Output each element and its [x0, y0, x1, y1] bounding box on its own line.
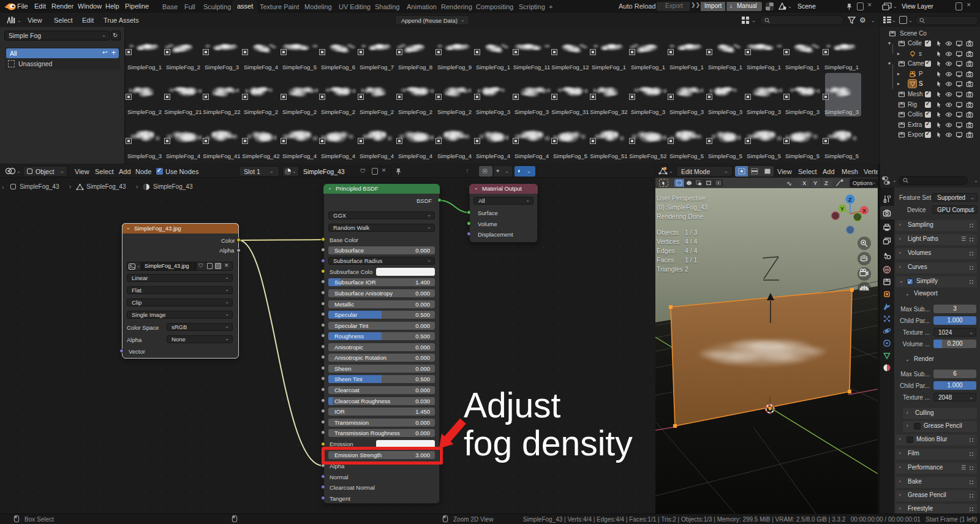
- svg-text:X: X: [862, 208, 866, 214]
- svg-text:Y: Y: [840, 206, 844, 212]
- svg-text:Z: Z: [848, 197, 852, 203]
